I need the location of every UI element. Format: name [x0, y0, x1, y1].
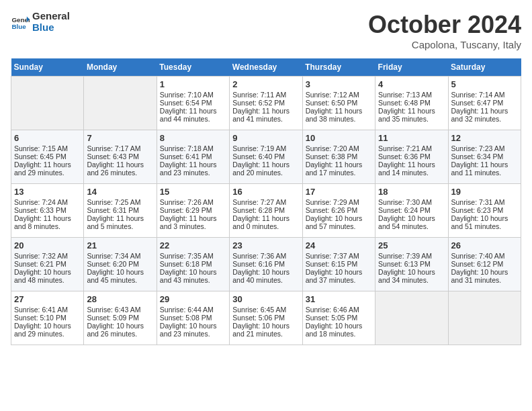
sunset-text: Sunset: 6:26 PM [306, 206, 358, 214]
calendar-week-row: 6 Sunrise: 7:15 AM Sunset: 6:45 PM Dayli… [11, 130, 521, 184]
header-wednesday: Wednesday [230, 58, 302, 77]
sunset-text: Sunset: 5:10 PM [14, 314, 66, 322]
day-number: 18 [378, 187, 445, 197]
daylight-text: Daylight: 10 hours and 23 minutes. [160, 322, 217, 338]
header-thursday: Thursday [302, 58, 375, 77]
calendar-table: Sunday Monday Tuesday Wednesday Thursday… [11, 58, 521, 345]
sunset-text: Sunset: 6:47 PM [451, 99, 504, 107]
sunset-text: Sunset: 6:33 PM [14, 206, 66, 214]
table-row: 7 Sunrise: 7:17 AM Sunset: 6:43 PM Dayli… [84, 130, 157, 184]
daylight-text: Daylight: 11 hours and 11 minutes. [451, 161, 508, 177]
table-row: 12 Sunrise: 7:23 AM Sunset: 6:34 PM Dayl… [448, 130, 521, 184]
table-row: 17 Sunrise: 7:29 AM Sunset: 6:26 PM Dayl… [302, 184, 375, 238]
day-number: 20 [14, 240, 81, 250]
daylight-text: Daylight: 11 hours and 23 minutes. [160, 161, 217, 177]
sunrise-text: Sunrise: 7:35 AM [160, 252, 214, 260]
table-row: 5 Sunrise: 7:14 AM Sunset: 6:47 PM Dayli… [448, 77, 521, 130]
daylight-text: Daylight: 10 hours and 43 minutes. [160, 268, 217, 284]
sunrise-text: Sunrise: 7:27 AM [232, 198, 286, 206]
sunset-text: Sunset: 5:09 PM [87, 314, 139, 322]
sunset-text: Sunset: 6:38 PM [306, 152, 358, 161]
sunset-text: Sunset: 6:40 PM [232, 152, 285, 161]
sunset-text: Sunset: 6:45 PM [14, 152, 66, 161]
sunrise-text: Sunrise: 7:23 AM [451, 144, 505, 152]
table-row: 29 Sunrise: 6:44 AM Sunset: 5:08 PM Dayl… [157, 291, 229, 345]
sunset-text: Sunset: 6:34 PM [451, 152, 504, 161]
day-number: 15 [160, 187, 226, 197]
day-number: 24 [306, 240, 372, 250]
sunrise-text: Sunrise: 7:39 AM [378, 252, 432, 260]
sunset-text: Sunset: 6:36 PM [378, 152, 431, 161]
table-row: 9 Sunrise: 7:19 AM Sunset: 6:40 PM Dayli… [230, 130, 302, 184]
daylight-text: Daylight: 11 hours and 32 minutes. [451, 107, 508, 123]
sunrise-text: Sunrise: 6:43 AM [87, 306, 140, 314]
table-row: 25 Sunrise: 7:39 AM Sunset: 6:13 PM Dayl… [375, 238, 448, 291]
daylight-text: Daylight: 10 hours and 29 minutes. [14, 322, 71, 338]
table-row: 10 Sunrise: 7:20 AM Sunset: 6:38 PM Dayl… [302, 130, 375, 184]
table-row: 14 Sunrise: 7:25 AM Sunset: 6:31 PM Dayl… [84, 184, 157, 238]
sunset-text: Sunset: 6:43 PM [87, 152, 139, 161]
table-row: 2 Sunrise: 7:11 AM Sunset: 6:52 PM Dayli… [230, 77, 302, 130]
daylight-text: Daylight: 10 hours and 21 minutes. [232, 322, 290, 338]
table-row: 27 Sunrise: 6:41 AM Sunset: 5:10 PM Dayl… [11, 291, 84, 345]
sunset-text: Sunset: 5:06 PM [232, 314, 285, 322]
sunset-text: Sunset: 6:31 PM [87, 206, 139, 214]
header-monday: Monday [84, 58, 157, 77]
table-row: 1 Sunrise: 7:10 AM Sunset: 6:54 PM Dayli… [157, 77, 229, 130]
day-number: 5 [451, 79, 518, 89]
table-row: 4 Sunrise: 7:13 AM Sunset: 6:48 PM Dayli… [375, 77, 448, 130]
sunset-text: Sunset: 6:28 PM [232, 206, 285, 214]
sunrise-text: Sunrise: 7:20 AM [306, 144, 359, 152]
sunrise-text: Sunrise: 7:10 AM [160, 91, 214, 99]
sunset-text: Sunset: 6:21 PM [14, 260, 66, 268]
sunrise-text: Sunrise: 7:15 AM [14, 144, 68, 152]
day-number: 2 [232, 79, 299, 89]
calendar-header-row: Sunday Monday Tuesday Wednesday Thursday… [11, 58, 521, 77]
sunset-text: Sunset: 6:50 PM [306, 99, 358, 107]
day-number: 28 [87, 294, 153, 304]
day-number: 26 [451, 240, 518, 250]
day-number: 17 [306, 187, 372, 197]
daylight-text: Daylight: 10 hours and 48 minutes. [14, 268, 71, 284]
sunrise-text: Sunrise: 7:24 AM [14, 198, 68, 206]
daylight-text: Daylight: 11 hours and 20 minutes. [232, 161, 290, 177]
logo-line2: Blue [32, 22, 70, 34]
table-row: 16 Sunrise: 7:27 AM Sunset: 6:28 PM Dayl… [230, 184, 302, 238]
day-number: 31 [306, 294, 372, 304]
daylight-text: Daylight: 10 hours and 31 minutes. [451, 268, 508, 284]
header-sunday: Sunday [11, 58, 84, 77]
table-row: 3 Sunrise: 7:12 AM Sunset: 6:50 PM Dayli… [302, 77, 375, 130]
day-number: 16 [232, 187, 299, 197]
sunrise-text: Sunrise: 7:32 AM [14, 252, 68, 260]
table-row [375, 291, 448, 345]
calendar-week-row: 27 Sunrise: 6:41 AM Sunset: 5:10 PM Dayl… [11, 291, 521, 345]
sunset-text: Sunset: 6:54 PM [160, 99, 212, 107]
sunrise-text: Sunrise: 7:21 AM [378, 144, 432, 152]
daylight-text: Daylight: 11 hours and 44 minutes. [160, 107, 217, 123]
sunset-text: Sunset: 6:41 PM [160, 152, 212, 161]
sunset-text: Sunset: 6:13 PM [378, 260, 431, 268]
sunrise-text: Sunrise: 7:25 AM [87, 198, 140, 206]
svg-text:Blue: Blue [11, 22, 26, 30]
daylight-text: Daylight: 10 hours and 37 minutes. [306, 268, 363, 284]
sunset-text: Sunset: 6:23 PM [451, 206, 504, 214]
daylight-text: Daylight: 10 hours and 57 minutes. [306, 214, 363, 230]
day-number: 29 [160, 294, 226, 304]
table-row [11, 77, 84, 130]
table-row: 28 Sunrise: 6:43 AM Sunset: 5:09 PM Dayl… [84, 291, 157, 345]
sunset-text: Sunset: 6:48 PM [378, 99, 431, 107]
daylight-text: Daylight: 11 hours and 0 minutes. [232, 214, 290, 230]
daylight-text: Daylight: 11 hours and 38 minutes. [306, 107, 363, 123]
sunrise-text: Sunrise: 7:13 AM [378, 91, 432, 99]
header-saturday: Saturday [448, 58, 521, 77]
table-row: 30 Sunrise: 6:45 AM Sunset: 5:06 PM Dayl… [230, 291, 302, 345]
daylight-text: Daylight: 10 hours and 54 minutes. [378, 214, 435, 230]
day-number: 6 [14, 133, 81, 143]
sunrise-text: Sunrise: 7:17 AM [87, 144, 140, 152]
sunrise-text: Sunrise: 7:40 AM [451, 252, 505, 260]
table-row: 18 Sunrise: 7:30 AM Sunset: 6:24 PM Dayl… [375, 184, 448, 238]
sunset-text: Sunset: 5:08 PM [160, 314, 212, 322]
daylight-text: Daylight: 11 hours and 14 minutes. [378, 161, 435, 177]
sunrise-text: Sunrise: 6:44 AM [160, 306, 214, 314]
table-row: 26 Sunrise: 7:40 AM Sunset: 6:12 PM Dayl… [448, 238, 521, 291]
